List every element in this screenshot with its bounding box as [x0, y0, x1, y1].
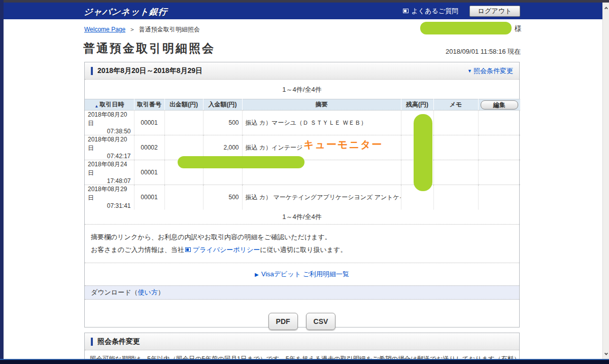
- cell-datetime: 2018年08月20日07:38:50: [85, 111, 134, 135]
- cell-description: 振込 カ）マーシユ（Ｄ ＳＴＹＬＥ ＷＥＢ）: [242, 111, 401, 135]
- breadcrumb: Welcome Page ＞ 普通預金取引明細照会: [84, 25, 200, 34]
- faq-link[interactable]: よくあるご質問: [403, 7, 458, 16]
- cell-number: 00001: [134, 185, 164, 210]
- external-window-icon: [185, 247, 191, 252]
- change-conditions-header: 照会条件変更: [85, 333, 519, 350]
- note-2-pre: お客さまのご入力情報は、当社: [91, 246, 184, 253]
- col-header-withdrawal: 出金額(円): [164, 99, 203, 111]
- breadcrumb-welcome-link[interactable]: Welcome Page: [84, 26, 125, 33]
- change-conditions-title: 照会条件変更: [97, 337, 140, 346]
- chevron-up-icon: [604, 7, 608, 10]
- triangle-down-icon: ▼: [467, 68, 472, 74]
- date-range-title: 2018年8月20日～2018年8月29日: [97, 66, 202, 76]
- cell-edit: [478, 135, 520, 160]
- scroll-up-arrow[interactable]: [603, 4, 609, 12]
- row3-redaction: [178, 156, 304, 168]
- cell-description: 振込 カ） マーケテイングアプリケーシヨンズ アントケイト: [242, 185, 401, 210]
- notes-section: 摘要欄のリンクから、お利息の内訳やお取引内容の明細をご確認いただけます。 お客さ…: [85, 225, 519, 263]
- statement-panel: 2018年8月20日～2018年8月29日 ▼照会条件変更 1～4件/全4件 ▲…: [84, 62, 520, 327]
- download-label-pre: ダウンロード（: [91, 288, 138, 297]
- scroll-down-arrow[interactable]: [603, 350, 609, 358]
- sort-asc-icon: ▲: [94, 104, 98, 108]
- cell-deposit: 500: [203, 185, 242, 210]
- current-timestamp: 2018/09/01 11:58:16 現在: [446, 47, 521, 56]
- blue-accent-bar: [91, 67, 93, 75]
- table-header-row: ▲取引日時 取引番号 出金額(円) 入金額(円) 摘要 残高(円) メモ 編集: [85, 99, 520, 111]
- cell-edit: [478, 111, 520, 135]
- note-line-2: お客さまのご入力情報は、当社プライバシーポリシーに従い適切に取り扱います。: [91, 243, 513, 256]
- statement-panel-header: 2018年8月20日～2018年8月29日 ▼照会条件変更: [85, 62, 519, 80]
- logout-button[interactable]: ログアウト: [469, 6, 520, 17]
- cell-number: 00002: [134, 135, 164, 160]
- cell-withdrawal: [164, 185, 203, 210]
- col-header-deposit: 入金額(円): [203, 99, 242, 111]
- note-line-1: 摘要欄のリンクから、お利息の内訳やお取引内容の明細をご確認いただけます。: [91, 231, 513, 243]
- result-count-top: 1～4件/全4件: [85, 80, 519, 99]
- change-conditions-link[interactable]: ▼照会条件変更: [467, 66, 513, 76]
- col-header-memo: メモ: [433, 99, 478, 111]
- cell-number: 00001: [134, 160, 164, 185]
- cell-withdrawal: [164, 111, 203, 135]
- cell-memo: [433, 160, 478, 185]
- cell-datetime: 2018年08月24日17:48:07: [85, 160, 134, 185]
- bank-logo[interactable]: ジャパンネット銀行: [83, 6, 168, 18]
- col-header-balance: 残高(円): [401, 99, 433, 111]
- honorific-sama: 様: [515, 24, 522, 33]
- cell-memo: [433, 135, 478, 160]
- handwritten-annotation: キューモニター: [303, 138, 383, 152]
- download-help-link[interactable]: 使い方: [138, 288, 158, 297]
- result-count-bottom: 1～4件/全4件: [85, 209, 519, 225]
- scrollbar[interactable]: [602, 3, 609, 364]
- change-conditions-label: 照会条件変更: [473, 67, 513, 75]
- browser-page: ジャパンネット銀行 よくあるご質問 ログアウト Welcome Page ＞ 普…: [0, 0, 609, 364]
- faq-label: よくあるご質問: [411, 7, 458, 16]
- table-row: 2018年08月20日07:38:50 00001 500 振込 カ）マーシユ（…: [85, 111, 520, 135]
- cell-edit: [478, 160, 520, 185]
- edit-button[interactable]: 編集: [481, 100, 518, 110]
- window-frame-left: [0, 0, 4, 364]
- download-label-post: ）: [158, 288, 164, 297]
- table-row: 2018年08月29日07:31:41 00001 500 振込 カ） マーケテ…: [85, 185, 520, 210]
- triangle-right-icon: ▶: [255, 272, 259, 277]
- site-header: ジャパンネット銀行 よくあるご質問 ログアウト: [4, 3, 602, 19]
- cell-memo: [433, 111, 478, 135]
- privacy-policy-link[interactable]: プライバシーポリシー: [193, 246, 260, 253]
- csv-download-button[interactable]: CSV: [306, 313, 336, 330]
- header-actions: よくあるご質問 ログアウト: [403, 3, 520, 19]
- chevron-down-icon: [604, 351, 608, 355]
- table-row: 2018年08月20日07:42:17 00002 2,000 振込 カ）インテ…: [85, 135, 520, 160]
- external-window-icon: [403, 9, 409, 13]
- window-frame-bottom: [0, 359, 609, 364]
- cell-datetime: 2018年08月29日07:31:41: [85, 185, 134, 210]
- col-header-edit: 編集: [478, 99, 520, 111]
- visa-debit-row: ▶Visaデビット ご利用明細一覧: [85, 263, 519, 285]
- note-2-post: に従い適切に取り扱います。: [260, 246, 347, 253]
- cell-number: 00001: [134, 111, 164, 135]
- balance-column-redaction: [414, 114, 432, 191]
- col-header-description: 摘要: [242, 99, 401, 111]
- page-title: 普通預金取引明細照会: [83, 41, 215, 56]
- col-header-datetime[interactable]: ▲取引日時: [85, 99, 134, 111]
- download-bar: ダウンロード（使い方）: [85, 285, 519, 300]
- cell-memo: [433, 185, 478, 210]
- breadcrumb-separator: ＞: [129, 26, 136, 33]
- cell-datetime: 2018年08月20日07:42:17: [85, 135, 134, 160]
- pdf-download-button[interactable]: PDF: [268, 313, 298, 330]
- cell-edit: [478, 185, 520, 210]
- blue-accent-bar: [91, 338, 93, 346]
- transaction-table: ▲取引日時 取引番号 出金額(円) 入金額(円) 摘要 残高(円) メモ 編集 …: [85, 99, 520, 209]
- visa-debit-statement-link[interactable]: ▶Visaデビット ご利用明細一覧: [255, 270, 349, 279]
- cell-deposit: 500: [203, 111, 242, 135]
- customer-name-redaction: [420, 22, 512, 34]
- breadcrumb-current: 普通預金取引明細照会: [139, 26, 200, 33]
- col-header-number: 取引番号: [134, 99, 164, 111]
- visa-debit-label: Visaデビット ご利用明細一覧: [261, 270, 349, 278]
